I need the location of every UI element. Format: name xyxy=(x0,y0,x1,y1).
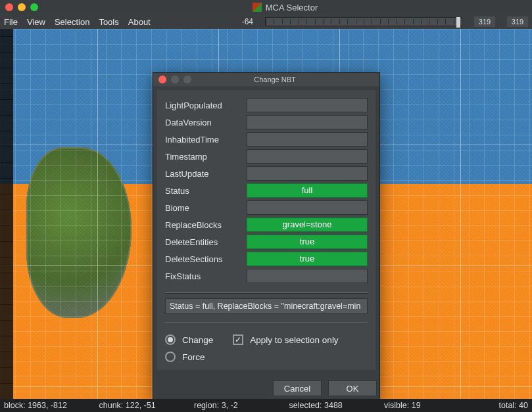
field-row-dataversion: DataVersion xyxy=(165,114,368,131)
field-label: LightPopulated xyxy=(165,101,243,110)
field-row-biome: Biome xyxy=(165,199,368,216)
field-label: ReplaceBlocks xyxy=(165,220,243,230)
field-input-fixstatus[interactable] xyxy=(247,269,368,283)
y-level-value-1[interactable]: 319 xyxy=(474,16,495,27)
ok-button[interactable]: OK xyxy=(328,380,377,396)
field-input-lightpopulated[interactable] xyxy=(247,98,368,112)
mode-change-label: Change xyxy=(182,335,213,345)
field-input-status[interactable]: full xyxy=(247,183,368,198)
field-input-replaceblocks[interactable]: gravel=stone xyxy=(247,217,368,232)
radio-on-icon xyxy=(165,334,176,345)
field-label: Timestamp xyxy=(165,152,243,162)
dialog-titlebar: Change NBT xyxy=(153,73,379,86)
field-label: FixStatus xyxy=(165,271,243,281)
status-chunk: chunk: 122, -51 xyxy=(99,401,195,410)
mode-force-radio[interactable]: Force xyxy=(165,352,213,362)
field-input-deletesections[interactable]: true xyxy=(247,252,368,266)
mode-change-radio[interactable]: Change xyxy=(165,334,213,345)
menu-view[interactable]: View xyxy=(27,17,45,27)
field-label: Biome xyxy=(165,203,243,213)
field-input-timestamp[interactable] xyxy=(247,149,368,164)
checkbox-checked-icon: ✓ xyxy=(233,334,243,345)
field-row-timestamp: Timestamp xyxy=(165,148,368,165)
window-controls xyxy=(5,3,38,11)
statusbar: block: 1963, -812 chunk: 122, -51 region… xyxy=(0,399,532,412)
status-selected: selected: 3488 xyxy=(289,401,385,410)
field-input-dataversion[interactable] xyxy=(247,115,368,129)
field-row-deletesections: DeleteSectionstrue xyxy=(165,250,368,267)
menubar: File View Selection Tools About -64 319 … xyxy=(0,14,532,29)
app-icon xyxy=(253,3,262,12)
divider xyxy=(165,292,368,293)
dialog-title: Change NBT xyxy=(197,76,379,83)
slider-thumb-icon[interactable] xyxy=(456,17,460,28)
cancel-button[interactable]: Cancel xyxy=(273,380,322,396)
y-level-slider[interactable] xyxy=(265,17,462,26)
dialog-minimize-icon xyxy=(171,76,179,83)
field-input-deleteentities[interactable]: true xyxy=(247,235,368,249)
y-level-value-2[interactable]: 319 xyxy=(507,16,528,27)
menu-about[interactable]: About xyxy=(128,17,151,27)
field-label: InhabitedTime xyxy=(165,135,243,145)
field-label: LastUpdate xyxy=(165,169,243,179)
field-label: Status xyxy=(165,186,243,196)
field-input-biome[interactable] xyxy=(247,200,368,215)
map-void-column xyxy=(0,29,13,399)
field-row-status: Statusfull xyxy=(165,182,368,199)
map-viewport[interactable]: Change NBT LightPopulatedDataVersionInha… xyxy=(0,29,532,399)
field-row-replaceblocks: ReplaceBlocksgravel=stone xyxy=(165,216,368,233)
query-summary[interactable]: Status = full, ReplaceBlocks = "minecraf… xyxy=(165,298,368,314)
field-label: DataVersion xyxy=(165,118,243,127)
minimize-icon[interactable] xyxy=(18,3,26,11)
main-window: MCA Selector File View Selection Tools A… xyxy=(0,0,532,412)
change-nbt-dialog: Change NBT LightPopulatedDataVersionInha… xyxy=(153,72,380,399)
menu-file[interactable]: File xyxy=(4,17,18,27)
field-label: DeleteSections xyxy=(165,254,243,264)
field-row-lastupdate: LastUpdate xyxy=(165,165,368,182)
divider xyxy=(165,322,368,323)
field-row-deleteentities: DeleteEntitiestrue xyxy=(165,233,368,250)
status-block: block: 1963, -812 xyxy=(4,401,99,410)
field-label: DeleteEntities xyxy=(165,237,243,247)
status-visible: visible: 19 xyxy=(384,401,479,410)
radio-off-icon xyxy=(165,352,176,362)
close-icon[interactable] xyxy=(5,3,13,11)
field-row-inhabitedtime: InhabitedTime xyxy=(165,131,368,148)
y-level-label: -64 xyxy=(242,17,253,26)
menu-selection[interactable]: Selection xyxy=(55,17,89,27)
field-input-lastupdate[interactable] xyxy=(247,166,368,181)
mode-force-label: Force xyxy=(182,352,205,362)
status-total: total: 40 xyxy=(479,401,528,410)
app-title: MCA Selector xyxy=(266,3,318,12)
field-input-inhabitedtime[interactable] xyxy=(247,132,368,147)
titlebar: MCA Selector xyxy=(0,0,532,14)
dialog-zoom-icon xyxy=(183,76,191,83)
field-row-lightpopulated: LightPopulated xyxy=(165,97,368,114)
zoom-icon[interactable] xyxy=(30,3,38,11)
field-row-fixstatus: FixStatus xyxy=(165,267,368,285)
status-region: region: 3, -2 xyxy=(194,401,289,410)
dialog-close-icon[interactable] xyxy=(158,76,166,83)
apply-selection-checkbox[interactable]: ✓ Apply to selection only xyxy=(233,334,338,345)
apply-selection-label: Apply to selection only xyxy=(250,335,338,345)
menu-tools[interactable]: Tools xyxy=(99,17,118,27)
